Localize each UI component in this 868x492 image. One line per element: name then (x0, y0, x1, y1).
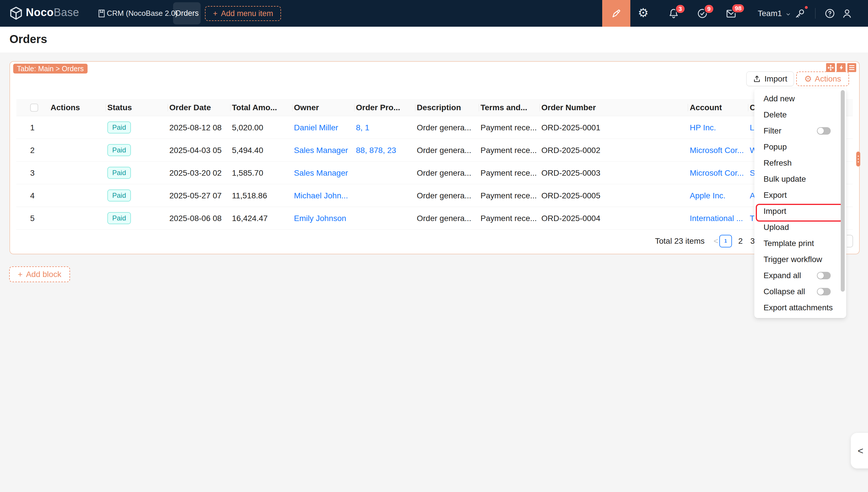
menu-item-collapse-all[interactable]: Collapse all (754, 284, 846, 300)
team-label: Team1 (758, 9, 782, 18)
owner-link[interactable]: Michael John... (294, 184, 351, 207)
app-root: NocoBase CRM (NocoBase 2.0) Orders + Add… (0, 0, 868, 492)
hamburger-icon (849, 65, 854, 70)
menu-item-upload[interactable]: Upload (754, 219, 846, 236)
menu-item-expand-all-label: Expand all (764, 271, 801, 280)
table-row: 1 Paid 2025-08-12 08 5,020.00 Daniel Mil… (16, 116, 853, 139)
settings-gear-icon[interactable]: ⚙ (638, 0, 649, 27)
app-title[interactable]: CRM (NocoBase 2.0) (107, 0, 178, 27)
menu-item-filter[interactable]: Filter (754, 123, 846, 139)
side-panel-toggle[interactable]: < (851, 433, 868, 468)
total-amount-cell: 11,518.86 (232, 184, 289, 207)
actions-dropdown-menu: Add new Delete Filter Popup Refresh Bulk… (754, 89, 846, 318)
tasks-badge: 9 (704, 4, 714, 14)
order-products-links[interactable] (356, 207, 412, 230)
menu-item-add-new[interactable]: Add new (754, 91, 846, 107)
pagination-page-1[interactable]: 1 (719, 235, 732, 247)
chevron-left-icon: < (858, 445, 863, 457)
add-menu-item-button[interactable]: + Add menu item (205, 6, 281, 21)
description-cell: Order genera... (417, 116, 476, 139)
block-menu-icon[interactable] (847, 63, 856, 72)
menu-item-popup[interactable]: Popup (754, 139, 846, 155)
select-all-checkbox[interactable] (30, 104, 38, 112)
menu-item-trigger-workflow[interactable]: Trigger workflow (754, 251, 846, 268)
navbar-divider (815, 8, 816, 19)
terms-cell: Payment rece... (480, 184, 537, 207)
pagination-prev[interactable]: < (714, 237, 718, 246)
order-date-cell: 2025-03-20 02 (169, 162, 227, 184)
order-products-links[interactable]: 88, 878, 23 (356, 139, 412, 162)
order-products-links[interactable] (356, 162, 412, 184)
order-number-cell: ORD-2025-0002 (541, 139, 685, 162)
nav-tab-orders[interactable]: Orders (173, 2, 201, 24)
status-badge: Paid (107, 212, 131, 224)
header-order-date: Order Date (169, 99, 227, 116)
total-amount-cell: 5,020.00 (232, 116, 289, 139)
order-number-cell: ORD-2025-0005 (541, 184, 685, 207)
table-header: Actions Status Order Date Total Amo... O… (16, 99, 853, 116)
gear-icon: ⚙ (804, 74, 812, 84)
menu-item-import[interactable]: Import (754, 203, 846, 219)
status-badge: Paid (107, 190, 131, 201)
brand-bold: Noco (26, 6, 54, 18)
account-link[interactable]: Microsoft Cor... (690, 162, 747, 184)
account-link[interactable]: International ... (690, 207, 747, 230)
owner-link[interactable]: Emily Johnson (294, 207, 351, 230)
top-navbar: NocoBase CRM (NocoBase 2.0) Orders + Add… (0, 0, 868, 27)
header-actions: Actions (51, 99, 102, 116)
order-products-links[interactable] (356, 184, 412, 207)
add-block-label: Add block (26, 270, 61, 279)
header-terms: Terms and... (480, 99, 537, 116)
menu-item-refresh[interactable]: Refresh (754, 155, 846, 171)
import-button[interactable]: Import (746, 72, 794, 86)
drag-move-icon[interactable] (826, 63, 835, 72)
terms-cell: Payment rece... (480, 207, 537, 230)
order-number-cell: ORD-2025-0003 (541, 162, 685, 184)
key-icon[interactable] (795, 8, 805, 19)
header-description: Description (417, 99, 476, 116)
ui-editor-button[interactable] (602, 0, 630, 27)
expand-all-toggle[interactable] (817, 272, 831, 279)
menu-item-expand-all[interactable]: Expand all (754, 268, 846, 284)
order-date-cell: 2025-08-06 08 (169, 207, 227, 230)
account-link[interactable]: HP Inc. (690, 116, 747, 139)
row-index: 4 (30, 184, 47, 207)
filter-toggle[interactable] (817, 127, 831, 134)
page-title: Orders (9, 33, 47, 46)
brand-name: NocoBase (26, 6, 79, 19)
account-link[interactable]: Microsoft Cor... (690, 139, 747, 162)
order-date-cell: 2025-05-27 07 (169, 184, 227, 207)
menu-item-export-attachments[interactable]: Export attachments (754, 300, 846, 316)
total-amount-cell: 16,424.47 (232, 207, 289, 230)
order-products-links[interactable]: 8, 1 (356, 116, 412, 139)
terms-cell: Payment rece... (480, 162, 537, 184)
user-icon[interactable] (842, 8, 852, 19)
description-cell: Order genera... (417, 184, 476, 207)
pagination-page-2[interactable]: 2 (738, 237, 743, 246)
row-index: 5 (30, 207, 47, 230)
menu-item-template-print[interactable]: Template print (754, 236, 846, 251)
lightning-icon[interactable] (837, 63, 846, 72)
block-resize-handle[interactable] (856, 152, 860, 167)
menu-item-bulk-update[interactable]: Bulk update (754, 171, 846, 187)
owner-link[interactable]: Sales Manager (294, 139, 351, 162)
menu-item-delete[interactable]: Delete (754, 107, 846, 123)
page-size-select-fragment[interactable] (847, 235, 853, 247)
header-order-number: Order Number (541, 99, 685, 116)
status-badge: Paid (107, 121, 131, 133)
table-row: 5 Paid 2025-08-06 08 16,424.47 Emily Joh… (16, 207, 853, 230)
header-total-amount: Total Amo... (232, 99, 289, 116)
account-link[interactable]: Apple Inc. (690, 184, 747, 207)
order-number-cell: ORD-2025-0001 (541, 116, 685, 139)
collapse-all-toggle[interactable] (817, 288, 831, 295)
owner-link[interactable]: Sales Manager (294, 162, 351, 184)
owner-link[interactable]: Daniel Miller (294, 116, 351, 139)
menu-scrollbar[interactable] (841, 90, 845, 292)
team-switcher[interactable]: Team1 (758, 0, 782, 27)
menu-item-export[interactable]: Export (754, 187, 846, 203)
add-block-button[interactable]: + Add block (9, 266, 70, 282)
table-row: 2 Paid 2025-04-03 05 5,494.40 Sales Mana… (16, 139, 853, 162)
add-menu-item-label: Add menu item (221, 9, 273, 18)
help-icon[interactable] (824, 8, 835, 19)
actions-button[interactable]: ⚙ Actions (796, 72, 849, 86)
